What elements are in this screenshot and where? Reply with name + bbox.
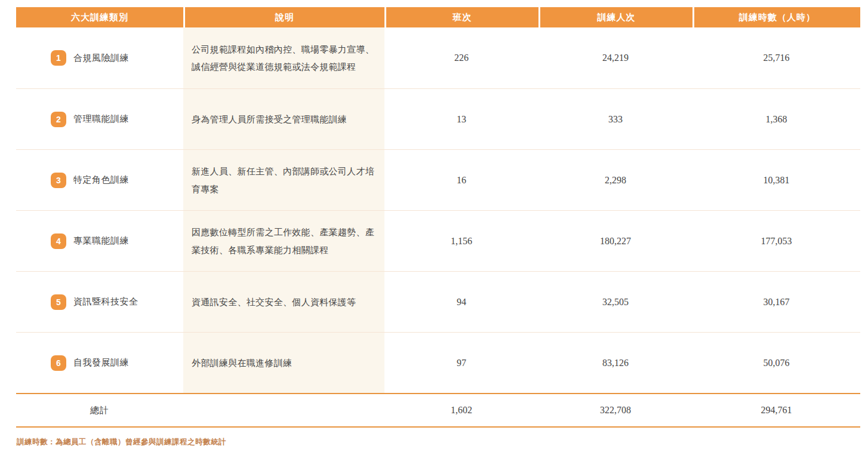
category-label: 自我發展訓練 (73, 357, 129, 368)
description-cell: 新進人員、新任主管、內部講師或公司人才培育專案 (183, 150, 384, 210)
category-label: 資訊暨科技安全 (73, 296, 138, 308)
category-label: 專業職能訓練 (73, 235, 129, 247)
participants-cell: 2,298 (538, 150, 692, 210)
header-hours: 訓練時數（人時） (692, 7, 860, 27)
category-label: 特定角色訓練 (73, 174, 129, 186)
category-cell: 5 資訊暨科技安全 (16, 272, 183, 332)
header-classes: 班次 (384, 7, 538, 27)
hours-cell: 50,076 (692, 333, 860, 393)
category-label: 合規風險訓練 (73, 53, 129, 64)
category-cell: 3 特定角色訓練 (16, 150, 183, 210)
participants-cell: 32,505 (538, 272, 692, 332)
description-cell: 外部訓練與在職進修訓練 (183, 333, 384, 393)
header-category: 六大訓練類別 (16, 7, 183, 27)
hours-cell: 1,368 (692, 89, 860, 149)
participants-cell: 83,126 (538, 333, 692, 393)
table-row: 1 合規風險訓練 公司規範課程如內稽內控、職場零暴力宣導、誠信經營與從業道德規範… (16, 27, 860, 88)
table-row: 5 資訊暨科技安全 資通訊安全、社交安全、個人資料保護等 94 32,505 3… (16, 271, 860, 332)
category-cell: 2 管理職能訓練 (16, 89, 183, 149)
total-classes: 1,602 (384, 394, 538, 426)
total-row: 總計 1,602 322,708 294,761 (16, 393, 860, 428)
table-row: 6 自我發展訓練 外部訓練與在職進修訓練 97 83,126 50,076 (16, 332, 860, 393)
description-cell: 因應數位轉型所需之工作效能、產業趨勢、產業技術、各職系專業能力相關課程 (183, 211, 384, 271)
participants-cell: 24,219 (538, 27, 692, 88)
row-number-badge: 4 (51, 233, 66, 249)
description-cell: 身為管理人員所需接受之管理職能訓練 (183, 89, 384, 149)
hours-cell: 30,167 (692, 272, 860, 332)
training-statistics-page: 六大訓練類別 說明 班次 訓練人次 訓練時數（人時） 1 合規風險訓練 公司規範… (0, 0, 868, 461)
category-cell: 1 合規風險訓練 (16, 27, 183, 88)
training-table: 六大訓練類別 說明 班次 訓練人次 訓練時數（人時） 1 合規風險訓練 公司規範… (16, 7, 860, 428)
category-cell: 4 專業職能訓練 (16, 211, 183, 271)
classes-cell: 1,156 (384, 211, 538, 271)
classes-cell: 13 (384, 89, 538, 149)
table-body: 1 合規風險訓練 公司規範課程如內稽內控、職場零暴力宣導、誠信經營與從業道德規範… (16, 27, 860, 393)
total-participants: 322,708 (538, 394, 692, 426)
category-cell: 6 自我發展訓練 (16, 333, 183, 393)
participants-cell: 180,227 (538, 211, 692, 271)
header-participants: 訓練人次 (538, 7, 692, 27)
table-row: 3 特定角色訓練 新進人員、新任主管、內部講師或公司人才培育專案 16 2,29… (16, 149, 860, 210)
classes-cell: 16 (384, 150, 538, 210)
classes-cell: 94 (384, 272, 538, 332)
hours-cell: 177,053 (692, 211, 860, 271)
table-row: 2 管理職能訓練 身為管理人員所需接受之管理職能訓練 13 333 1,368 (16, 88, 860, 149)
row-number-badge: 1 (51, 50, 66, 66)
classes-cell: 226 (384, 27, 538, 88)
total-description-spacer (183, 394, 384, 426)
row-number-badge: 5 (51, 294, 66, 310)
hours-cell: 10,381 (692, 150, 860, 210)
footnote: 訓練時數：為總員工（含離職）曾經參與訓練課程之時數統計 (17, 437, 226, 447)
row-number-badge: 6 (51, 355, 66, 371)
description-cell: 公司規範課程如內稽內控、職場零暴力宣導、誠信經營與從業道德規範或法令規範課程 (183, 27, 384, 88)
total-label: 總計 (16, 394, 183, 426)
row-number-badge: 3 (51, 173, 66, 188)
category-label: 管理職能訓練 (73, 113, 129, 125)
table-header-row: 六大訓練類別 說明 班次 訓練人次 訓練時數（人時） (16, 7, 860, 27)
classes-cell: 97 (384, 333, 538, 393)
table-row: 4 專業職能訓練 因應數位轉型所需之工作效能、產業趨勢、產業技術、各職系專業能力… (16, 210, 860, 271)
description-cell: 資通訊安全、社交安全、個人資料保護等 (183, 272, 384, 332)
row-number-badge: 2 (51, 112, 66, 127)
hours-cell: 25,716 (692, 27, 860, 88)
participants-cell: 333 (538, 89, 692, 149)
header-description: 說明 (183, 7, 384, 27)
total-hours: 294,761 (692, 394, 860, 426)
